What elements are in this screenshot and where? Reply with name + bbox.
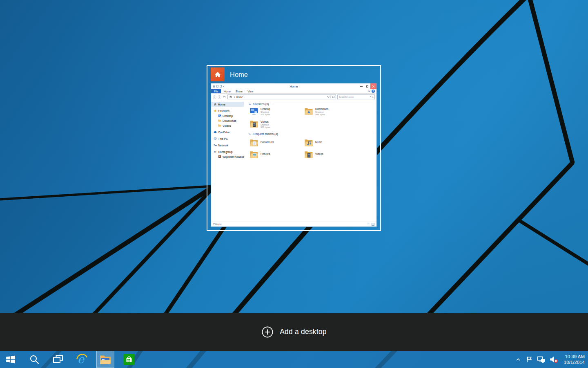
start-button[interactable] <box>2 351 20 368</box>
thumbnail-header: Home <box>207 66 380 83</box>
thumbnail-view-icon <box>372 223 374 226</box>
file-list-pane: Favorites (3) Desktop Shortcut 501 bytes <box>246 100 376 222</box>
store-button[interactable] <box>120 351 138 368</box>
videos-folder-icon <box>304 150 313 158</box>
nav-item-user: Wojciech Kowasz <box>211 154 246 159</box>
pictures-folder-icon <box>249 150 258 158</box>
nav-item-onedrive: OneDrive <box>211 130 246 135</box>
internet-explorer-button[interactable]: e <box>73 351 91 368</box>
network-status-button[interactable] <box>537 351 545 368</box>
nav-item-downloads: Downloads <box>211 118 246 123</box>
minimize-button <box>358 83 364 89</box>
search-button[interactable] <box>25 351 43 368</box>
collapse-group-icon <box>249 133 251 135</box>
back-button <box>213 95 216 99</box>
nav-item-desktop: Desktop <box>211 113 246 118</box>
chevron-up-icon <box>515 356 521 363</box>
nav-item-homegroup: Homegroup <box>211 149 246 154</box>
network-icon <box>214 144 217 147</box>
status-bar: 7 items <box>211 222 376 227</box>
nav-item-network: Network <box>211 143 246 148</box>
search-icon <box>370 96 373 99</box>
tab-share: Share <box>233 89 245 93</box>
star-icon <box>214 109 217 112</box>
volume-button[interactable] <box>549 351 558 368</box>
file-explorer-button[interactable] <box>96 351 114 368</box>
folder-item-music: Music <box>304 137 359 148</box>
window-controls <box>358 83 376 89</box>
videos-folder-icon <box>249 120 258 128</box>
home-icon <box>229 95 232 99</box>
address-bar: Home Search Home <box>211 94 376 100</box>
store-icon <box>123 353 135 366</box>
help-icon: ? <box>372 90 375 93</box>
collapse-group-icon <box>249 103 251 105</box>
close-icon <box>372 85 375 88</box>
music-folder-icon <box>304 139 313 146</box>
details-view-icon <box>367 223 370 226</box>
system-tray: 10:39 AM 10/1/2014 <box>515 351 585 368</box>
ribbon-tabs: File Home Share View ? <box>211 89 376 94</box>
tray-date: 10/1/2014 <box>564 360 585 365</box>
group-header-favorites: Favorites (3) <box>249 103 376 105</box>
window-title: Home <box>211 85 376 88</box>
search-box: Search Home <box>337 94 375 99</box>
clock[interactable]: 10:39 AM 10/1/2014 <box>562 351 585 368</box>
refresh-icon <box>332 96 334 98</box>
homegroup-icon <box>214 150 217 153</box>
nav-item-home: Home <box>211 102 244 107</box>
internet-explorer-icon: e <box>76 353 88 366</box>
folder-item-videos: Videos <box>304 149 359 159</box>
nav-item-favorites: Favorites <box>211 108 246 113</box>
breadcrumb-separator-icon <box>233 96 235 98</box>
add-desktop-button[interactable]: Add a desktop <box>261 326 327 338</box>
computer-icon <box>214 137 217 140</box>
flag-icon <box>526 356 533 363</box>
user-icon <box>218 155 221 158</box>
documents-folder-icon <box>249 139 258 146</box>
volume-muted-icon <box>549 356 558 363</box>
home-icon <box>213 70 222 79</box>
search-icon <box>29 354 40 365</box>
search-placeholder: Search Home <box>339 96 370 98</box>
breadcrumb-location: Home <box>236 96 243 99</box>
tray-time: 10:39 AM <box>565 354 585 359</box>
desktop-icon <box>218 114 221 117</box>
folder-icon <box>218 119 221 122</box>
plus-circle-icon <box>261 326 274 338</box>
file-item-downloads: Downloads Shortcut 948 bytes <box>304 107 359 119</box>
task-view-bottom-bar: Add a desktop <box>0 313 588 351</box>
items-count: 7 items <box>213 223 221 226</box>
folder-item-documents: Documents <box>249 137 304 148</box>
task-view-button[interactable] <box>49 351 67 368</box>
add-desktop-label: Add a desktop <box>280 328 327 336</box>
maximize-button <box>364 83 370 89</box>
explorer-titlebar: Home <box>211 83 376 89</box>
up-icon <box>223 95 226 98</box>
task-view-icon <box>52 354 64 365</box>
tab-view: View <box>245 89 256 93</box>
network-icon <box>537 356 545 363</box>
folder-icon <box>218 124 221 127</box>
close-button <box>370 83 376 89</box>
address-dropdown-icon <box>327 95 330 98</box>
taskbar: e <box>0 351 588 368</box>
nav-item-videos: Videos <box>211 123 246 128</box>
downloads-folder-icon <box>304 107 313 115</box>
expand-ribbon-icon <box>368 90 370 92</box>
thumbnail-title: Home <box>230 71 248 79</box>
file-explorer-icon <box>99 355 111 364</box>
windows-logo-icon <box>5 354 16 365</box>
tab-home: Home <box>221 89 233 93</box>
task-view-thumbnail-home[interactable]: Home Home <box>207 65 381 231</box>
forward-button <box>218 95 221 99</box>
desktop-shortcut-icon <box>249 107 258 115</box>
folder-item-pictures: Pictures <box>249 149 304 159</box>
action-center-button[interactable] <box>526 351 533 368</box>
show-hidden-icons-button[interactable] <box>515 351 521 368</box>
navigation-pane: Home Favorites Desktop Downloads <box>211 100 246 222</box>
explorer-window-preview: Home File Home Share View ? <box>211 83 377 227</box>
home-app-tile <box>211 67 225 81</box>
file-item-desktop: Desktop Shortcut 501 bytes <box>249 107 304 119</box>
desktop-screen: Home Home <box>0 0 588 368</box>
